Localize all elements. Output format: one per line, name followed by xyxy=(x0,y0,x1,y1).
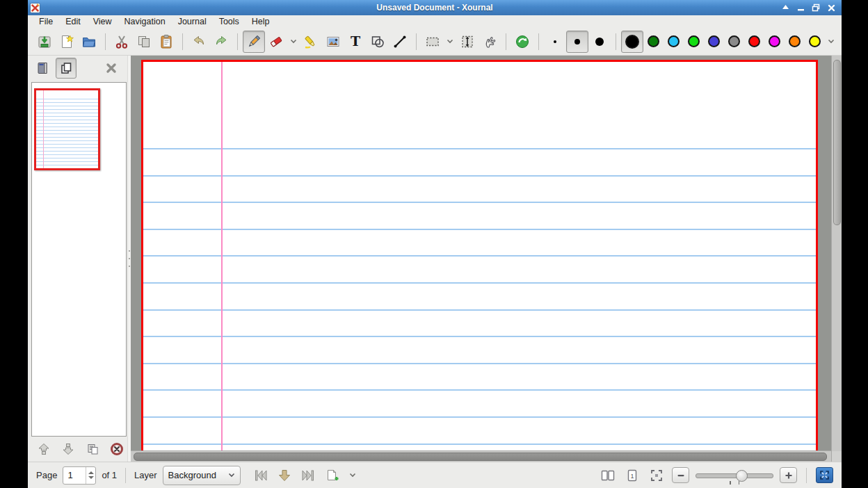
page-thumbnail-selected[interactable] xyxy=(34,88,100,170)
page-up-icon xyxy=(37,442,51,456)
sidebar-tab-layers[interactable] xyxy=(32,58,53,79)
canvas-viewport[interactable] xyxy=(131,56,831,450)
new-document-icon xyxy=(59,34,74,49)
open-button[interactable] xyxy=(78,31,100,53)
zoom-slider[interactable] xyxy=(696,467,773,484)
color-options-chevron[interactable] xyxy=(826,31,836,52)
color-green-button[interactable] xyxy=(684,31,704,53)
shape-recognizer-button[interactable] xyxy=(367,31,389,53)
thick-dot-icon xyxy=(595,38,604,46)
paste-button[interactable] xyxy=(155,31,177,53)
duplicate-page-button[interactable] xyxy=(84,441,101,457)
page-of-label: of 1 xyxy=(102,470,117,480)
pen-size-fine-button[interactable] xyxy=(544,31,566,53)
menu-help[interactable]: Help xyxy=(246,16,276,27)
sidebar-close-button[interactable] xyxy=(101,58,122,79)
rect-select-icon xyxy=(425,34,440,49)
canvas-column xyxy=(131,56,831,462)
toolbar-separator xyxy=(105,33,106,50)
eraser-options-chevron[interactable] xyxy=(289,31,298,52)
duplicate-page-icon xyxy=(86,442,99,456)
fullscreen-button[interactable] xyxy=(816,467,833,483)
highlighter-tool-button[interactable] xyxy=(300,31,322,53)
menu-navigation[interactable]: Navigation xyxy=(118,16,172,27)
sidebar-tab-pages[interactable] xyxy=(56,58,77,79)
color-red-button[interactable] xyxy=(744,31,764,53)
new-button[interactable] xyxy=(56,31,78,53)
menu-file[interactable]: File xyxy=(33,16,59,27)
svg-text:1: 1 xyxy=(630,472,634,479)
ruler-tool-button[interactable] xyxy=(389,31,411,53)
vertical-scrollbar[interactable] xyxy=(831,56,842,462)
horizontal-scrollbar[interactable] xyxy=(131,450,831,462)
thumbnail-margin-line xyxy=(43,90,44,168)
eraser-tool-button[interactable] xyxy=(265,31,287,53)
spin-down-icon[interactable] xyxy=(88,476,94,479)
color-light-blue-button[interactable] xyxy=(664,31,684,53)
zoom-out-button[interactable] xyxy=(672,467,689,483)
image-tool-button[interactable] xyxy=(322,31,344,53)
toolbar-separator xyxy=(416,33,417,50)
color-gray-button[interactable] xyxy=(724,31,744,53)
menu-journal[interactable]: Journal xyxy=(172,16,213,27)
horizontal-scrollbar-thumb[interactable] xyxy=(134,453,827,461)
color-gray-icon xyxy=(728,35,740,47)
redo-button[interactable] xyxy=(210,31,232,53)
text-tool-button[interactable]: T xyxy=(344,31,367,53)
save-button[interactable] xyxy=(33,31,56,53)
main-toolbar: T xyxy=(28,28,842,56)
toolbar-separator xyxy=(616,33,616,50)
page-spinbox[interactable]: 1 xyxy=(63,466,96,485)
zoom-in-button[interactable] xyxy=(780,467,797,483)
delete-page-button[interactable] xyxy=(108,441,125,457)
color-dark-green-icon xyxy=(648,35,659,47)
hand-tool-button[interactable] xyxy=(479,31,501,53)
page-spinner-arrows[interactable] xyxy=(86,467,95,484)
color-orange-button[interactable] xyxy=(785,31,805,53)
last-page-button[interactable] xyxy=(299,466,317,485)
color-dark-green-button[interactable] xyxy=(643,31,664,53)
zoom-fit-button[interactable] xyxy=(648,466,666,485)
pen-tool-button[interactable] xyxy=(243,31,265,53)
vertical-scrollbar-track[interactable] xyxy=(832,56,842,451)
page-options-chevron[interactable] xyxy=(348,465,357,486)
menu-edit[interactable]: Edit xyxy=(59,16,87,27)
shape-recognizer-icon xyxy=(370,34,385,49)
undo-button[interactable] xyxy=(188,31,210,53)
menu-tools[interactable]: Tools xyxy=(213,16,246,27)
toolbar-separator xyxy=(182,33,183,50)
default-pen-button[interactable] xyxy=(511,31,533,53)
minimize-button[interactable] xyxy=(796,3,805,13)
new-page-after-button[interactable] xyxy=(323,466,341,485)
page-up-button[interactable] xyxy=(35,441,52,457)
restore-button[interactable] xyxy=(811,3,821,13)
next-page-down-button[interactable] xyxy=(275,466,294,485)
first-page-button[interactable] xyxy=(252,466,270,485)
color-black-button[interactable] xyxy=(621,31,643,53)
color-yellow-button[interactable] xyxy=(805,31,825,53)
spin-up-icon[interactable] xyxy=(88,471,94,474)
dual-page-view-button[interactable] xyxy=(599,466,617,485)
pen-size-medium-button[interactable] xyxy=(566,31,588,53)
close-button[interactable] xyxy=(826,3,836,13)
zoom-slider-tick xyxy=(739,481,740,485)
rect-select-button[interactable] xyxy=(421,31,444,53)
title-bar[interactable]: Unsaved Document - Xournal xyxy=(28,0,842,15)
copy-button[interactable] xyxy=(133,31,155,53)
vertical-scrollbar-thumb[interactable] xyxy=(833,60,841,225)
one-to-one-zoom-button[interactable]: 1 xyxy=(623,466,641,485)
cut-button[interactable] xyxy=(111,31,133,53)
vertical-space-button[interactable] xyxy=(456,31,479,53)
color-blue-button[interactable] xyxy=(704,31,724,53)
color-magenta-button[interactable] xyxy=(764,31,785,53)
layer-combobox[interactable]: Background xyxy=(163,466,241,485)
zoom-slider-track[interactable] xyxy=(696,473,773,478)
pen-size-thick-button[interactable] xyxy=(588,31,611,53)
zoom-slider-handle[interactable] xyxy=(736,470,748,482)
color-magenta-icon xyxy=(769,35,780,47)
menu-view[interactable]: View xyxy=(87,16,118,27)
document-page[interactable] xyxy=(141,60,818,450)
select-options-chevron[interactable] xyxy=(445,31,455,52)
rollup-button[interactable] xyxy=(780,3,790,13)
page-down-button[interactable] xyxy=(60,441,77,457)
